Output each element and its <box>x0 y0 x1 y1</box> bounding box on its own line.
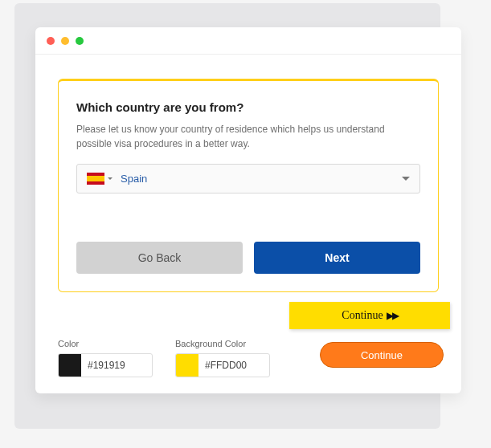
spain-flag-icon <box>87 173 104 185</box>
question-heading: Which country are you from? <box>76 100 420 114</box>
country-select-value: Spain <box>121 173 402 185</box>
bg-color-value: #FFDD00 <box>198 360 247 371</box>
text-color-label: Color <box>58 339 153 348</box>
country-select[interactable]: Spain <box>76 164 420 193</box>
continue-yellow-button[interactable]: Continue ▶▶ <box>289 302 450 329</box>
text-color-input[interactable]: #191919 <box>58 353 153 377</box>
continue-orange-label: Continue <box>361 349 403 361</box>
bg-color-swatch <box>176 354 198 377</box>
bg-color-group: Background Color #FFDD00 <box>175 339 270 377</box>
continue-yellow-label: Continue <box>342 309 383 322</box>
text-color-swatch <box>59 354 81 377</box>
close-icon[interactable] <box>47 37 55 45</box>
next-button[interactable]: Next <box>254 242 420 274</box>
country-form-card: Which country are you from? Please let u… <box>58 79 439 292</box>
helper-text: Please let us know your country of resid… <box>76 122 420 151</box>
chevron-down-icon <box>402 177 410 181</box>
bg-color-label: Background Color <box>175 339 270 348</box>
text-color-value: #191919 <box>81 360 125 371</box>
continue-orange-button[interactable]: Continue <box>320 342 444 368</box>
double-chevron-right-icon: ▶▶ <box>387 310 398 322</box>
minimize-icon[interactable] <box>61 37 69 45</box>
maximize-icon[interactable] <box>76 37 84 45</box>
content-area: Which country are you from? Please let u… <box>35 55 461 393</box>
window-titlebar <box>35 27 461 55</box>
go-back-button[interactable]: Go Back <box>76 242 243 274</box>
form-button-row: Go Back Next <box>76 242 420 274</box>
text-color-group: Color #191919 <box>58 339 153 377</box>
app-window: Which country are you from? Please let u… <box>35 27 461 393</box>
bg-color-input[interactable]: #FFDD00 <box>175 353 270 377</box>
flag-caret-icon <box>108 177 113 180</box>
